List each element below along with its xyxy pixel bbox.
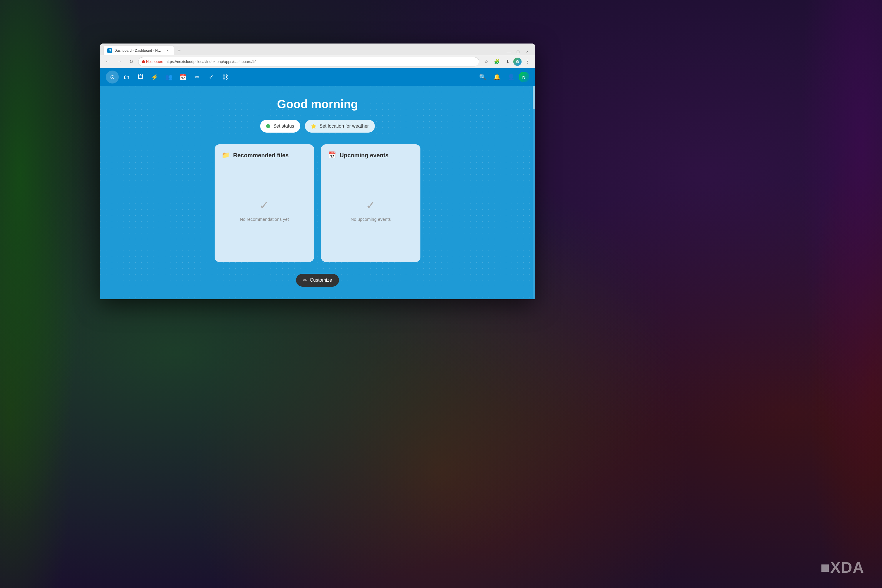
not-secure-indicator: Not secure	[142, 60, 163, 64]
set-weather-button[interactable]: ⭐ Set location for weather	[305, 120, 375, 133]
tree-decoration-left	[0, 0, 100, 588]
bookmark-button[interactable]: ☆	[482, 57, 491, 66]
url-text: https://nextcloudpi.local/index.php/apps…	[165, 59, 255, 64]
scrollbar[interactable]	[533, 86, 535, 299]
nav-contacts-menu-icon[interactable]: 👤	[504, 70, 518, 84]
forward-button[interactable]: →	[115, 57, 124, 66]
upcoming-events-empty-text: No upcoming events	[351, 217, 391, 222]
dashboard-content: Good morning Set status ⭐ Set location f…	[100, 86, 535, 299]
nav-activity-icon[interactable]: ⚡	[148, 70, 161, 84]
download-button[interactable]: ⬇	[503, 57, 512, 66]
address-bar-row: ← → ↻ Not secure https://nextcloudpi.loc…	[100, 55, 535, 68]
minimize-button[interactable]: —	[504, 48, 513, 56]
nextcloud-app: ⊙ 🗂 🖼 ⚡ 👥 📅 ✏ ✓ ⛓ 🔍 🔔 👤 N Good morning	[100, 68, 535, 299]
xda-watermark: ■XDA	[820, 559, 864, 576]
customize-icon: ✏	[303, 278, 307, 283]
not-secure-dot	[142, 60, 145, 63]
active-tab[interactable]: N Dashboard - Dashboard - Next... ×	[104, 45, 174, 55]
nav-circles-icon[interactable]: ⛓	[219, 70, 232, 84]
recommended-files-card: 📁 Recommended files ✓ No recommendations…	[214, 144, 314, 262]
recommended-files-check-icon: ✓	[259, 198, 269, 212]
upcoming-events-empty: ✓ No upcoming events	[328, 165, 413, 255]
nav-photos-icon[interactable]: 🖼	[134, 70, 147, 84]
browser-window: N Dashboard - Dashboard - Next... × + — …	[100, 44, 535, 299]
scrollbar-thumb[interactable]	[533, 86, 535, 110]
status-indicator-dot	[266, 124, 270, 128]
nav-search-icon[interactable]: 🔍	[476, 70, 489, 84]
address-bar-icons: ☆ 🧩 ⬇ G ⋮	[482, 57, 532, 66]
nav-files-icon[interactable]: 🗂	[120, 70, 133, 84]
new-tab-button[interactable]: +	[175, 46, 183, 55]
nextcloud-navbar: ⊙ 🗂 🖼 ⚡ 👥 📅 ✏ ✓ ⛓ 🔍 🔔 👤 N	[100, 68, 535, 86]
status-button-label: Set status	[273, 123, 294, 129]
nav-contacts-icon[interactable]: 👥	[162, 70, 175, 84]
not-secure-label: Not secure	[146, 60, 163, 64]
recommended-files-header: 📁 Recommended files	[222, 152, 307, 159]
tree-decoration-right	[782, 0, 882, 588]
window-controls: — □ ×	[504, 48, 531, 56]
nav-home-icon[interactable]: ⊙	[106, 70, 119, 84]
navbar-right: 🔍 🔔 👤 N	[476, 70, 529, 84]
greeting-text: Good morning	[277, 98, 358, 111]
nav-calendar-icon[interactable]: 📅	[176, 70, 189, 84]
recommended-files-empty-text: No recommendations yet	[240, 217, 289, 222]
tab-bar: N Dashboard - Dashboard - Next... × + — …	[100, 44, 535, 55]
weather-emoji-icon: ⭐	[311, 123, 316, 129]
recommended-files-icon: 📁	[222, 152, 230, 159]
customize-label: Customize	[310, 278, 332, 283]
maximize-button[interactable]: □	[514, 48, 522, 56]
upcoming-events-card: 📅 Upcoming events ✓ No upcoming events	[321, 144, 420, 262]
weather-button-label: Set location for weather	[320, 123, 369, 129]
nav-notifications-icon[interactable]: 🔔	[490, 70, 503, 84]
tab-close-button[interactable]: ×	[165, 48, 170, 53]
nav-notes-icon[interactable]: ✏	[190, 70, 204, 84]
nav-tasks-icon[interactable]: ✓	[205, 70, 218, 84]
upcoming-events-title: Upcoming events	[340, 152, 388, 159]
close-button[interactable]: ×	[524, 48, 531, 56]
upcoming-events-icon: 📅	[328, 152, 336, 159]
recommended-files-title: Recommended files	[233, 152, 289, 159]
address-bar[interactable]: Not secure https://nextcloudpi.local/ind…	[138, 57, 479, 66]
action-buttons: Set status ⭐ Set location for weather	[260, 120, 375, 133]
recommended-files-empty: ✓ No recommendations yet	[222, 165, 307, 255]
reload-button[interactable]: ↻	[126, 57, 136, 66]
set-status-button[interactable]: Set status	[260, 120, 300, 133]
browser-menu-button[interactable]: ⋮	[523, 57, 532, 66]
upcoming-events-check-icon: ✓	[366, 198, 376, 212]
back-button[interactable]: ←	[103, 57, 112, 66]
upcoming-events-header: 📅 Upcoming events	[328, 152, 413, 159]
extensions-button[interactable]: 🧩	[492, 57, 502, 66]
user-avatar[interactable]: N	[519, 72, 529, 82]
tab-favicon: N	[107, 48, 112, 53]
cards-container: 📁 Recommended files ✓ No recommendations…	[214, 144, 420, 262]
browser-profile-button[interactable]: G	[513, 58, 522, 66]
tab-title: Dashboard - Dashboard - Next...	[114, 48, 163, 52]
customize-button[interactable]: ✏ Customize	[296, 274, 339, 286]
